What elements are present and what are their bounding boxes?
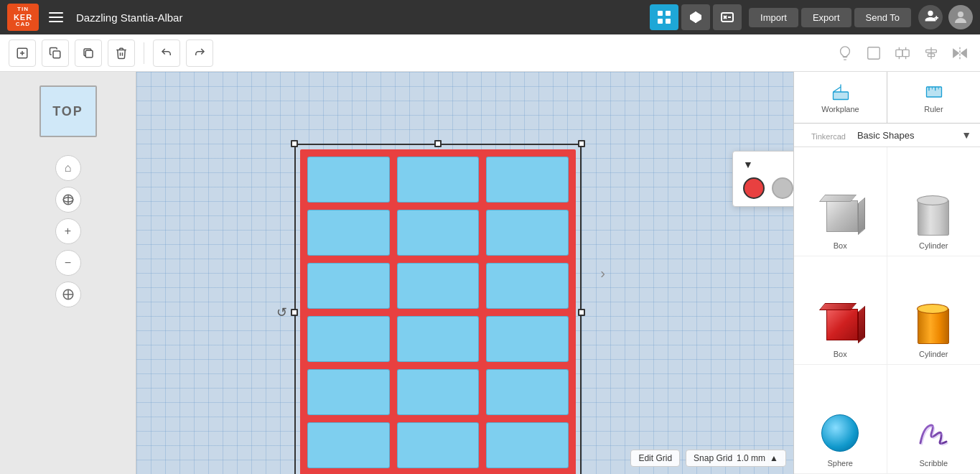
group-icon[interactable] — [891, 42, 914, 65]
canvas-area[interactable]: ▼ Shape — [136, 72, 793, 474]
mirror-icon[interactable] — [948, 42, 971, 65]
shape-cylinder-gray[interactable]: Cylinder — [887, 147, 981, 256]
view-cube[interactable]: TOP — [36, 79, 101, 144]
shape-panel-collapse[interactable]: ▼ — [743, 159, 753, 170]
color-gray-swatch[interactable] — [772, 177, 793, 199]
shape-sphere[interactable]: Sphere — [794, 365, 887, 474]
export-button[interactable]: Export — [801, 8, 851, 27]
grid-view-button[interactable] — [650, 4, 678, 30]
new-button[interactable] — [9, 40, 36, 67]
resize-handle-tr[interactable] — [578, 140, 585, 147]
delete-button[interactable] — [108, 40, 135, 67]
svg-rect-3 — [666, 19, 671, 24]
tinkercad-category-label: Tinkercad — [803, 129, 854, 141]
svg-marker-28 — [953, 49, 958, 57]
edit-grid-button[interactable]: Edit Grid — [630, 450, 680, 467]
box-gray-label: Box — [834, 241, 847, 250]
orbit-nav-button[interactable] — [55, 187, 81, 213]
shapes-category-arrow[interactable]: ▼ — [961, 129, 971, 141]
zoom-in-nav-button[interactable]: + — [55, 218, 81, 244]
snap-grid-value: 1.0 mm — [737, 453, 765, 463]
snap-grid-arrow[interactable]: ▲ — [770, 453, 778, 463]
grid-cell — [397, 316, 480, 362]
shapes-category-dropdown[interactable]: Basic Shapes — [857, 130, 961, 141]
box-red-preview — [818, 302, 862, 345]
avatar[interactable] — [948, 5, 973, 29]
svg-rect-0 — [658, 11, 663, 16]
undo-button[interactable] — [153, 40, 180, 67]
resize-handle-mr[interactable] — [578, 309, 585, 316]
tinkercad-logo[interactable]: TIN KER CAD — [7, 4, 39, 31]
shapes-grid: Box Cylinder — [794, 147, 980, 474]
svg-rect-6 — [722, 13, 733, 22]
color-red-swatch[interactable] — [743, 177, 765, 199]
grid-cell — [486, 210, 569, 256]
toolbar — [0, 34, 980, 72]
project-name[interactable]: Dazzling Stantia-Albar — [76, 11, 182, 24]
send-to-button[interactable]: Send To — [854, 8, 911, 27]
cylinder-gray-label: Cylinder — [919, 241, 948, 250]
shape-box-gray[interactable]: Box — [794, 147, 887, 256]
svg-rect-2 — [658, 19, 663, 24]
right-panel-top: Workplane Ruler — [794, 72, 980, 124]
add-user-button[interactable] — [918, 5, 943, 29]
3d-grid-object[interactable] — [300, 149, 576, 474]
logo-tin: TIN — [17, 6, 29, 13]
view-mode-buttons — [650, 4, 742, 30]
zoom-out-nav-button[interactable]: − — [55, 250, 81, 276]
grid-cell — [307, 157, 390, 203]
redo-button[interactable] — [186, 40, 213, 67]
ruler-button[interactable]: Ruler — [887, 72, 980, 123]
resize-handle-ml[interactable] — [291, 309, 298, 316]
snap-grid-control[interactable]: Snap Grid 1.0 mm ▲ — [686, 450, 786, 467]
grid-cell — [397, 263, 480, 309]
box-red-label: Box — [834, 350, 847, 358]
svg-rect-18 — [896, 50, 902, 56]
home-nav-button[interactable]: ⌂ — [55, 155, 81, 181]
panel-expand-arrow[interactable]: › — [600, 265, 605, 282]
snap-grid-label: Snap Grid — [694, 453, 732, 463]
workplane-button[interactable]: Workplane — [794, 72, 887, 123]
sphere-preview — [818, 412, 862, 455]
duplicate-button[interactable] — [75, 40, 102, 67]
grid-cell — [307, 422, 390, 468]
code-view-button[interactable] — [713, 4, 742, 30]
grid-cell — [397, 422, 480, 468]
construct-view-button[interactable] — [681, 4, 710, 30]
world-nav-button[interactable] — [55, 282, 81, 307]
grid-cell — [307, 369, 390, 415]
shapes-header: Tinkercad Basic Shapes ▼ — [794, 124, 980, 147]
align-icon[interactable] — [920, 42, 943, 65]
shape-scribble[interactable]: Scribble — [887, 365, 981, 474]
scribble-label: Scribble — [919, 459, 948, 468]
shape-cylinder-orange[interactable]: Cylinder — [887, 256, 981, 366]
bottom-controls: Edit Grid Snap Grid 1.0 mm ▲ — [630, 450, 786, 467]
copy-button[interactable] — [42, 40, 69, 67]
grid-cell — [397, 369, 480, 415]
svg-rect-17 — [868, 47, 880, 59]
object-container[interactable]: ↺ ↻ — [294, 144, 582, 474]
resize-handle-tl[interactable] — [291, 140, 298, 147]
svg-line-41 — [833, 87, 841, 92]
svg-rect-1 — [666, 11, 671, 16]
svg-rect-16 — [85, 50, 93, 57]
lightbulb-icon[interactable] — [834, 42, 857, 65]
resize-handle-tc[interactable] — [434, 140, 442, 147]
box-gray-preview — [818, 194, 862, 237]
grid-cell — [486, 157, 569, 203]
grid-cell — [307, 210, 390, 256]
shape-box-red[interactable]: Box — [794, 256, 887, 366]
rotate-handle-left[interactable]: ↺ — [274, 305, 289, 320]
svg-marker-29 — [961, 49, 966, 57]
shape-color-row — [743, 177, 793, 199]
left-panel: TOP ⌂ + − — [0, 72, 136, 474]
svg-point-10 — [958, 11, 963, 17]
grid-cell — [397, 157, 480, 203]
menu-button[interactable] — [46, 7, 66, 27]
shape-icon[interactable] — [862, 42, 885, 65]
logo-cad: CAD — [16, 22, 30, 28]
svg-rect-14 — [53, 51, 60, 58]
cylinder-orange-preview — [912, 302, 955, 345]
shape-panel: ▼ Shape — [732, 151, 793, 207]
import-button[interactable]: Import — [749, 8, 798, 27]
